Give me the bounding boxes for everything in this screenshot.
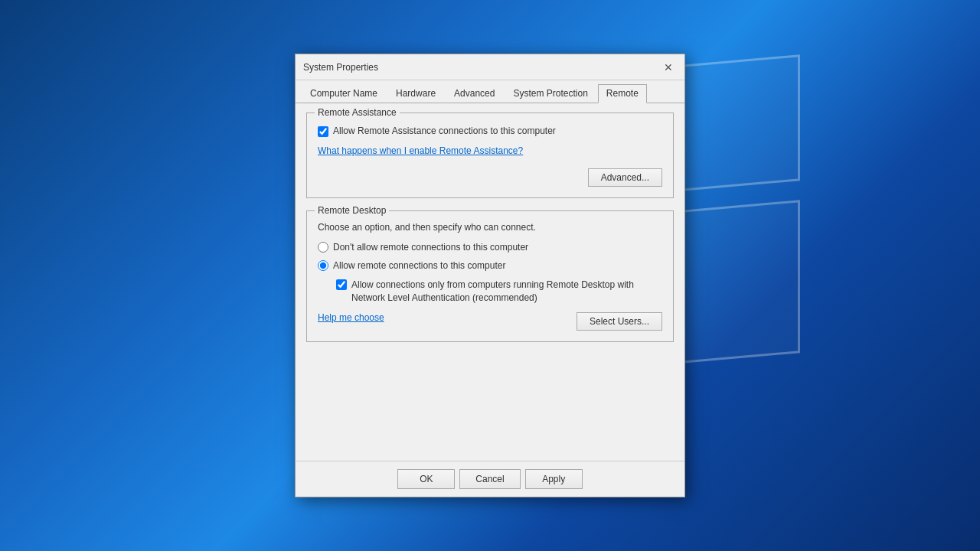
remote-assistance-group: Remote Assistance Allow Remote Assistanc… bbox=[306, 112, 674, 198]
tab-remote[interactable]: Remote bbox=[598, 84, 647, 103]
radio-dont-allow[interactable] bbox=[318, 242, 328, 253]
radio-dont-allow-row: Don't allow remote connections to this c… bbox=[318, 242, 662, 253]
apply-button[interactable]: Apply bbox=[525, 469, 583, 489]
radio-allow-row: Allow remote connections to this compute… bbox=[318, 260, 662, 271]
remote-assistance-btn-row: Advanced... bbox=[318, 168, 662, 187]
radio-allow[interactable] bbox=[318, 260, 328, 271]
select-users-row: Help me choose Select Users... bbox=[318, 312, 662, 331]
tab-hardware[interactable]: Hardware bbox=[387, 84, 444, 103]
nla-label[interactable]: Allow connections only from computers ru… bbox=[351, 279, 662, 305]
radio-dont-allow-label[interactable]: Don't allow remote connections to this c… bbox=[333, 242, 528, 253]
remote-desktop-description: Choose an option, and then specify who c… bbox=[318, 222, 662, 233]
remote-desktop-group: Remote Desktop Choose an option, and the… bbox=[306, 210, 674, 342]
remote-assistance-help-link[interactable]: What happens when I enable Remote Assist… bbox=[318, 145, 523, 156]
nla-inner-row: Allow connections only from computers ru… bbox=[336, 279, 662, 305]
nla-checkbox-row: Allow connections only from computers ru… bbox=[336, 279, 662, 305]
remote-assistance-legend: Remote Assistance bbox=[315, 107, 400, 118]
close-button[interactable]: ✕ bbox=[660, 59, 677, 76]
system-properties-dialog: System Properties ✕ Computer Name Hardwa… bbox=[295, 54, 685, 497]
dialog-title: System Properties bbox=[303, 62, 378, 73]
tab-computer-name[interactable]: Computer Name bbox=[302, 84, 386, 103]
advanced-button[interactable]: Advanced... bbox=[588, 168, 662, 187]
allow-remote-assistance-row: Allow Remote Assistance connections to t… bbox=[318, 126, 662, 137]
tab-bar: Computer Name Hardware Advanced System P… bbox=[296, 80, 684, 103]
remote-desktop-legend: Remote Desktop bbox=[315, 205, 389, 216]
select-users-button[interactable]: Select Users... bbox=[577, 312, 662, 331]
title-bar: System Properties ✕ bbox=[296, 54, 684, 80]
help-me-choose-link[interactable]: Help me choose bbox=[318, 312, 384, 323]
dialog-content: Remote Assistance Allow Remote Assistanc… bbox=[296, 103, 684, 461]
cancel-button[interactable]: Cancel bbox=[459, 469, 520, 489]
dialog-overlay: System Properties ✕ Computer Name Hardwa… bbox=[0, 0, 980, 551]
dialog-footer: OK Cancel Apply bbox=[296, 461, 684, 497]
radio-allow-label[interactable]: Allow remote connections to this compute… bbox=[333, 260, 505, 271]
nla-checkbox[interactable] bbox=[336, 279, 347, 290]
allow-remote-assistance-checkbox[interactable] bbox=[318, 126, 328, 137]
ok-button[interactable]: OK bbox=[397, 469, 455, 489]
allow-remote-assistance-label[interactable]: Allow Remote Assistance connections to t… bbox=[333, 126, 556, 136]
tab-system-protection[interactable]: System Protection bbox=[505, 84, 596, 103]
tab-advanced[interactable]: Advanced bbox=[446, 84, 503, 103]
